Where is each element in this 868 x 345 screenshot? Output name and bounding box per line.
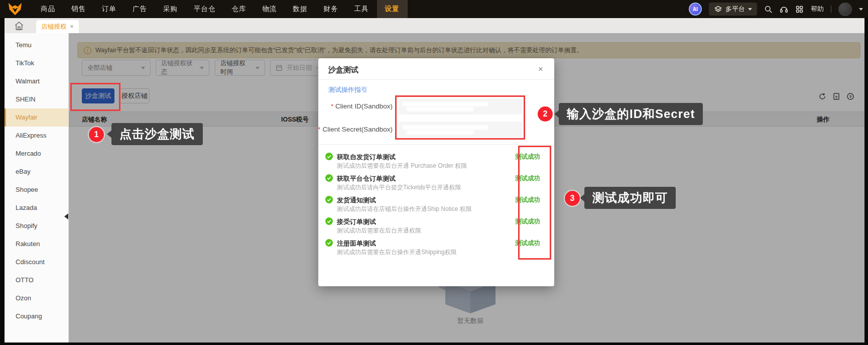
success-check-icon bbox=[325, 153, 333, 160]
success-check-icon bbox=[325, 239, 333, 247]
sidebar-platform-item[interactable]: Rakuten bbox=[5, 235, 68, 253]
test-row: 发货通知测试 测试成功后请在店铺后台操作开通Ship Notice 权限 测试成… bbox=[325, 194, 547, 215]
top-menu-item[interactable]: 财务 bbox=[316, 0, 346, 18]
sidebar-platform-item[interactable]: Temu bbox=[5, 36, 68, 54]
platform-selector-label: 多平台 bbox=[725, 5, 745, 14]
test-name: 注册面单测试 bbox=[337, 239, 376, 248]
annotation-box-sandbox-button bbox=[70, 83, 120, 111]
headset-support-icon[interactable] bbox=[780, 5, 788, 14]
modal-title: 沙盒测试 bbox=[328, 65, 358, 75]
platform-selector-dropdown[interactable]: 多平台 bbox=[709, 3, 757, 16]
annotation-step-2-badge: 2 bbox=[538, 106, 553, 122]
test-description: 测试成功后需要在后台开通 Purchase Order 权限 bbox=[337, 162, 467, 170]
top-menu-item[interactable]: 销售 bbox=[63, 0, 94, 18]
top-menu-item[interactable]: 设置 bbox=[377, 0, 408, 18]
page-tab-bar: 店铺授权 × bbox=[5, 18, 864, 33]
top-menu-item[interactable]: 采购 bbox=[155, 0, 186, 18]
annotation-step-1-badge: 1 bbox=[89, 127, 104, 142]
test-name: 获取平台仓订单测试 bbox=[337, 174, 396, 183]
annotation-step-3-badge: 3 bbox=[565, 191, 580, 206]
client-secret-label: *Client Secret(Sandbox) bbox=[242, 122, 393, 138]
divider bbox=[318, 144, 554, 145]
sidebar-platform-item[interactable]: Coupang bbox=[5, 307, 68, 325]
help-link[interactable]: 帮助 bbox=[811, 5, 824, 14]
user-avatar[interactable] bbox=[838, 3, 852, 16]
sidebar-platform-item[interactable]: Shopee bbox=[5, 181, 68, 199]
success-check-icon bbox=[325, 196, 333, 203]
modal-close-icon[interactable]: × bbox=[538, 64, 543, 74]
tab-label: 店铺授权 bbox=[41, 23, 66, 31]
layers-icon bbox=[714, 5, 722, 14]
ai-assistant-button[interactable]: AI bbox=[689, 3, 702, 16]
sidebar-platform-item[interactable]: Walmart bbox=[5, 72, 68, 90]
apps-grid-icon[interactable] bbox=[795, 5, 804, 14]
divider bbox=[831, 6, 831, 13]
sidebar-platform-item[interactable]: Ozon bbox=[5, 289, 68, 307]
top-menu: 商品销售订单广告采购平台仓仓库物流数据财务工具设置 bbox=[33, 0, 408, 18]
chevron-down-icon bbox=[748, 8, 752, 11]
annotation-step-2-text: 输入沙盒的ID和Secret bbox=[567, 106, 695, 122]
test-description: 测试成功后请在店铺后台操作开通Ship Notice 权限 bbox=[337, 205, 472, 213]
top-menu-item[interactable]: 工具 bbox=[346, 0, 377, 18]
test-name: 接受订单测试 bbox=[337, 217, 376, 226]
sidebar-collapse-handle[interactable] bbox=[64, 207, 70, 226]
chevron-left-icon bbox=[64, 213, 68, 219]
search-icon[interactable] bbox=[764, 5, 773, 14]
test-row: 获取平台仓订单测试 测试成功后请向平台提交Ticket由平台开通权限 测试成功 bbox=[325, 172, 547, 194]
required-asterisk: * bbox=[331, 102, 333, 110]
test-description: 测试成功后需要在后台操作开通Shipping权限 bbox=[337, 248, 457, 257]
sidebar-platform-item[interactable]: Cdiscount bbox=[5, 253, 68, 271]
home-icon[interactable] bbox=[14, 21, 25, 31]
sidebar-platform-item[interactable]: OTTO bbox=[5, 271, 68, 289]
test-name: 发货通知测试 bbox=[337, 196, 376, 205]
sidebar-platform-item[interactable]: Shopify bbox=[5, 217, 68, 235]
annotation-box-test-results bbox=[518, 146, 551, 260]
topbar-right-cluster: AI 多平台 帮助 bbox=[689, 0, 863, 18]
avatar-chevron-down-icon[interactable] bbox=[859, 8, 863, 11]
annotation-step-3-text: 测试成功即可 bbox=[592, 190, 668, 206]
sidebar-platform-item[interactable]: TikTok bbox=[5, 54, 68, 72]
sidebar-platform-item[interactable]: Mercado bbox=[5, 145, 68, 163]
annotation-box-credentials bbox=[395, 95, 525, 140]
sidebar-platform-item[interactable]: SHEIN bbox=[5, 90, 68, 108]
test-name: 获取自发货订单测试 bbox=[337, 153, 396, 162]
test-row: 接受订单测试 测试成功后需要在后台开通权限 测试成功 bbox=[325, 215, 547, 237]
annotation-step-2-tooltip: 输入沙盒的ID和Secret bbox=[559, 103, 703, 125]
success-check-icon bbox=[325, 174, 333, 182]
test-description: 测试成功后需要在后台开通权限 bbox=[337, 226, 421, 235]
annotation-step-1-text: 点击沙盒测试 bbox=[119, 126, 195, 142]
annotation-step-1-tooltip: 点击沙盒测试 bbox=[111, 123, 203, 145]
top-menu-item[interactable]: 商品 bbox=[33, 0, 63, 18]
test-row: 注册面单测试 测试成功后需要在后台操作开通Shipping权限 测试成功 bbox=[325, 237, 547, 259]
success-check-icon bbox=[325, 217, 333, 225]
top-menu-item[interactable]: 订单 bbox=[94, 0, 125, 18]
annotation-step-3-tooltip: 测试成功即可 bbox=[584, 187, 676, 209]
tab-close-icon[interactable]: × bbox=[70, 23, 73, 30]
client-id-label: *Client ID(Sandbox) bbox=[242, 98, 393, 114]
sidebar-platform-item[interactable]: Lazada bbox=[5, 199, 68, 217]
app-logo-fox-icon bbox=[8, 2, 23, 16]
test-guide-link[interactable]: 测试操作指引 bbox=[328, 85, 367, 94]
top-menu-item[interactable]: 数据 bbox=[285, 0, 316, 18]
top-menu-item[interactable]: 物流 bbox=[255, 0, 285, 18]
sidebar-platform-item[interactable]: AliExpress bbox=[5, 127, 68, 145]
test-list: 获取自发货订单测试 测试成功后需要在后台开通 Purchase Order 权限… bbox=[325, 151, 547, 259]
top-menu-item[interactable]: 仓库 bbox=[224, 0, 255, 18]
test-row: 获取自发货订单测试 测试成功后需要在后台开通 Purchase Order 权限… bbox=[325, 151, 547, 172]
required-asterisk: * bbox=[318, 126, 320, 133]
platform-sidebar: TemuTikTokWalmartSHEINWayfairAliExpressM… bbox=[5, 33, 69, 342]
top-menu-item[interactable]: 广告 bbox=[125, 0, 155, 18]
top-navigation-bar: 商品销售订单广告采购平台仓仓库物流数据财务工具设置 AI 多平台 帮助 bbox=[0, 0, 868, 18]
top-menu-item[interactable]: 平台仓 bbox=[186, 0, 224, 18]
sidebar-platform-item[interactable]: Wayfair bbox=[5, 108, 68, 127]
tab-store-authorization[interactable]: 店铺授权 × bbox=[36, 20, 79, 33]
divider bbox=[318, 79, 554, 80]
sidebar-platform-item[interactable]: eBay bbox=[5, 163, 68, 181]
test-description: 测试成功后请向平台提交Ticket由平台开通权限 bbox=[337, 183, 461, 192]
